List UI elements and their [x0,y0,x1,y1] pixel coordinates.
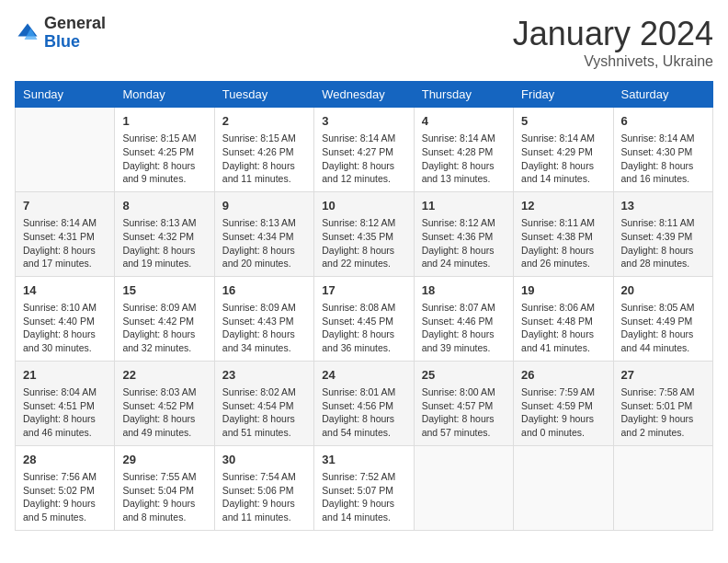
weekday-header-tuesday: Tuesday [214,82,313,108]
calendar-cell: 23Sunrise: 8:02 AM Sunset: 4:54 PM Dayli… [214,361,313,445]
weekday-header-row: SundayMondayTuesdayWednesdayThursdayFrid… [16,82,713,108]
calendar-cell: 26Sunrise: 7:59 AM Sunset: 4:59 PM Dayli… [514,361,613,445]
calendar-cell: 20Sunrise: 8:05 AM Sunset: 4:49 PM Dayli… [613,276,712,361]
calendar-cell: 28Sunrise: 7:56 AM Sunset: 5:02 PM Dayli… [16,445,115,530]
day-number: 3 [322,113,405,130]
logo-blue-text: Blue [44,32,80,51]
day-number: 23 [222,367,306,384]
calendar-cell: 22Sunrise: 8:03 AM Sunset: 4:52 PM Dayli… [115,361,214,445]
calendar-cell: 3Sunrise: 8:14 AM Sunset: 4:27 PM Daylig… [314,108,414,192]
day-number: 27 [621,367,705,384]
day-info: Sunrise: 8:02 AM Sunset: 4:54 PM Dayligh… [222,385,306,440]
calendar-table: SundayMondayTuesdayWednesdayThursdayFrid… [15,81,713,531]
day-info: Sunrise: 8:14 AM Sunset: 4:27 PM Dayligh… [322,132,405,186]
day-info: Sunrise: 7:55 AM Sunset: 5:04 PM Dayligh… [122,470,206,524]
day-info: Sunrise: 8:10 AM Sunset: 4:40 PM Dayligh… [23,301,107,355]
calendar-cell: 19Sunrise: 8:06 AM Sunset: 4:48 PM Dayli… [514,276,613,361]
day-number: 24 [322,367,405,384]
day-number: 13 [621,198,705,214]
calendar-cell: 11Sunrise: 8:12 AM Sunset: 4:36 PM Dayli… [414,191,513,276]
calendar-cell: 30Sunrise: 7:54 AM Sunset: 5:06 PM Dayli… [214,445,313,530]
day-number: 25 [422,367,506,384]
logo-icon [15,20,40,46]
calendar-cell: 9Sunrise: 8:13 AM Sunset: 4:34 PM Daylig… [214,191,313,276]
day-number: 8 [122,198,206,214]
day-number: 9 [222,198,306,214]
day-info: Sunrise: 8:09 AM Sunset: 4:42 PM Dayligh… [122,301,206,355]
weekday-header-friday: Friday [514,82,613,108]
calendar-week-row: 14Sunrise: 8:10 AM Sunset: 4:40 PM Dayli… [16,276,713,361]
calendar-week-row: 1Sunrise: 8:15 AM Sunset: 4:25 PM Daylig… [16,108,713,192]
calendar-cell [514,445,613,530]
day-number: 26 [521,367,605,384]
day-info: Sunrise: 7:59 AM Sunset: 4:59 PM Dayligh… [521,385,605,440]
day-number: 5 [521,113,605,130]
day-number: 17 [322,282,405,299]
location-subtitle: Vyshnivets, Ukraine [513,53,713,70]
day-info: Sunrise: 8:06 AM Sunset: 4:48 PM Dayligh… [521,301,605,355]
day-number: 21 [23,367,107,384]
day-info: Sunrise: 8:07 AM Sunset: 4:46 PM Dayligh… [422,301,506,355]
day-info: Sunrise: 8:03 AM Sunset: 4:52 PM Dayligh… [122,385,206,440]
day-number: 2 [222,113,306,130]
calendar-cell [414,445,513,530]
day-info: Sunrise: 8:00 AM Sunset: 4:57 PM Dayligh… [422,385,506,440]
calendar-cell: 8Sunrise: 8:13 AM Sunset: 4:32 PM Daylig… [115,191,214,276]
day-number: 16 [222,282,306,299]
calendar-cell: 6Sunrise: 8:14 AM Sunset: 4:30 PM Daylig… [613,108,712,192]
day-info: Sunrise: 8:12 AM Sunset: 4:36 PM Dayligh… [422,216,506,270]
calendar-cell: 7Sunrise: 8:14 AM Sunset: 4:31 PM Daylig… [16,191,115,276]
day-number: 11 [422,198,506,214]
weekday-header-saturday: Saturday [613,82,712,108]
day-info: Sunrise: 8:14 AM Sunset: 4:31 PM Dayligh… [23,216,107,270]
calendar-cell: 29Sunrise: 7:55 AM Sunset: 5:04 PM Dayli… [115,445,214,530]
day-info: Sunrise: 8:15 AM Sunset: 4:25 PM Dayligh… [122,132,206,186]
calendar-cell: 2Sunrise: 8:15 AM Sunset: 4:26 PM Daylig… [214,108,313,192]
day-number: 20 [621,282,705,299]
calendar-cell: 17Sunrise: 8:08 AM Sunset: 4:45 PM Dayli… [314,276,414,361]
day-number: 7 [23,198,107,214]
calendar-cell: 12Sunrise: 8:11 AM Sunset: 4:38 PM Dayli… [514,191,613,276]
day-info: Sunrise: 8:05 AM Sunset: 4:49 PM Dayligh… [621,301,705,355]
day-info: Sunrise: 8:09 AM Sunset: 4:43 PM Dayligh… [222,301,306,355]
day-info: Sunrise: 8:12 AM Sunset: 4:35 PM Dayligh… [322,216,405,270]
weekday-header-thursday: Thursday [414,82,513,108]
day-number: 12 [521,198,605,214]
day-info: Sunrise: 8:11 AM Sunset: 4:39 PM Dayligh… [621,216,705,270]
day-number: 1 [122,113,206,130]
day-info: Sunrise: 8:13 AM Sunset: 4:32 PM Dayligh… [122,216,206,270]
page-header: General Blue January 2024 Vyshnivets, Uk… [15,15,713,70]
calendar-cell: 14Sunrise: 8:10 AM Sunset: 4:40 PM Dayli… [16,276,115,361]
calendar-cell: 24Sunrise: 8:01 AM Sunset: 4:56 PM Dayli… [314,361,414,445]
calendar-cell: 25Sunrise: 8:00 AM Sunset: 4:57 PM Dayli… [414,361,513,445]
day-info: Sunrise: 8:04 AM Sunset: 4:51 PM Dayligh… [23,385,107,440]
day-number: 19 [521,282,605,299]
day-info: Sunrise: 8:08 AM Sunset: 4:45 PM Dayligh… [322,301,405,355]
calendar-cell: 21Sunrise: 8:04 AM Sunset: 4:51 PM Dayli… [16,361,115,445]
day-info: Sunrise: 8:14 AM Sunset: 4:28 PM Dayligh… [422,132,506,186]
day-number: 30 [222,452,306,468]
calendar-cell: 31Sunrise: 7:52 AM Sunset: 5:07 PM Dayli… [314,445,414,530]
day-number: 18 [422,282,506,299]
day-info: Sunrise: 8:15 AM Sunset: 4:26 PM Dayligh… [222,132,306,186]
day-info: Sunrise: 8:11 AM Sunset: 4:38 PM Dayligh… [521,216,605,270]
day-info: Sunrise: 7:52 AM Sunset: 5:07 PM Dayligh… [322,470,405,524]
calendar-cell: 10Sunrise: 8:12 AM Sunset: 4:35 PM Dayli… [314,191,414,276]
day-number: 4 [422,113,506,130]
logo-general-text: General [44,14,106,32]
calendar-cell: 18Sunrise: 8:07 AM Sunset: 4:46 PM Dayli… [414,276,513,361]
calendar-cell: 13Sunrise: 8:11 AM Sunset: 4:39 PM Dayli… [613,191,712,276]
day-info: Sunrise: 8:14 AM Sunset: 4:30 PM Dayligh… [621,132,705,186]
day-number: 28 [23,452,107,468]
calendar-cell [16,108,115,192]
calendar-week-row: 28Sunrise: 7:56 AM Sunset: 5:02 PM Dayli… [16,445,713,530]
calendar-cell: 27Sunrise: 7:58 AM Sunset: 5:01 PM Dayli… [613,361,712,445]
weekday-header-monday: Monday [115,82,214,108]
day-number: 10 [322,198,405,214]
calendar-cell [613,445,712,530]
calendar-week-row: 7Sunrise: 8:14 AM Sunset: 4:31 PM Daylig… [16,191,713,276]
day-number: 14 [23,282,107,299]
day-info: Sunrise: 8:01 AM Sunset: 4:56 PM Dayligh… [322,385,405,440]
weekday-header-wednesday: Wednesday [314,82,414,108]
calendar-cell: 1Sunrise: 8:15 AM Sunset: 4:25 PM Daylig… [115,108,214,192]
